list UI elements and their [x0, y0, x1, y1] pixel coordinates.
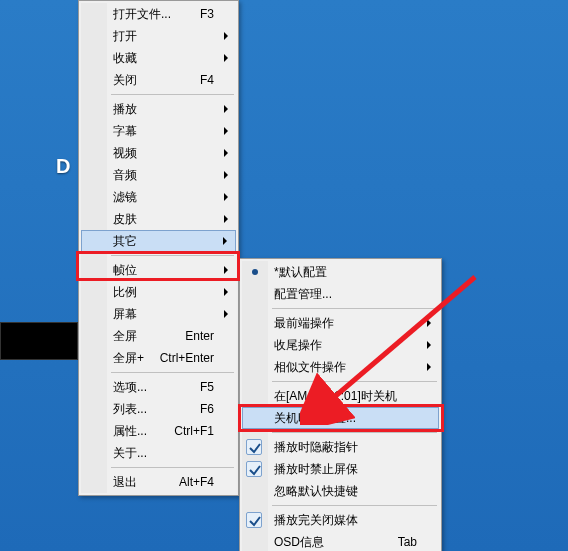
menu-item-shutdown-setting[interactable]: 关机时间设置...: [242, 407, 439, 429]
menu-item-subtitle[interactable]: 字幕: [81, 120, 236, 142]
menu-item-hide-pointer[interactable]: 播放时隐蔽指针: [242, 436, 439, 458]
submenu-arrow-icon: [224, 215, 228, 223]
menu-item-label: OSD信息: [274, 535, 324, 549]
menu-item-label: 屏幕: [113, 307, 137, 321]
menu-item-front-op[interactable]: 最前端操作: [242, 312, 439, 334]
menu-item-label: 音频: [113, 168, 137, 182]
menu-shortcut: Ctrl+F1: [174, 420, 214, 442]
menu-separator: [272, 305, 437, 312]
menu-item-properties[interactable]: 属性... Ctrl+F1: [81, 420, 236, 442]
menu-item-audio[interactable]: 音频: [81, 164, 236, 186]
menu-item-label: 收藏: [113, 51, 137, 65]
menu-item-label: 皮肤: [113, 212, 137, 226]
submenu-arrow-icon: [224, 149, 228, 157]
menu-shortcut: Enter: [185, 325, 214, 347]
menu-item-close[interactable]: 关闭 F4: [81, 69, 236, 91]
menu-item-label: 关机时间设置...: [274, 411, 356, 425]
background-panel: [0, 322, 78, 360]
menu-item-open-file[interactable]: 打开文件... F3: [81, 3, 236, 25]
menu-item-label: 相似文件操作: [274, 360, 346, 374]
menu-item-fullscreen[interactable]: 全屏 Enter: [81, 325, 236, 347]
menu-item-osd-info[interactable]: OSD信息 Tab: [242, 531, 439, 551]
radio-selected-icon: [252, 269, 258, 275]
menu-item-label: 字幕: [113, 124, 137, 138]
submenu-arrow-icon: [224, 105, 228, 113]
menu-shortcut: Ctrl+Enter: [160, 347, 214, 369]
menu-item-screen[interactable]: 屏幕: [81, 303, 236, 325]
menu-item-list[interactable]: 列表... F6: [81, 398, 236, 420]
menu-item-filter[interactable]: 滤镜: [81, 186, 236, 208]
menu-item-video[interactable]: 视频: [81, 142, 236, 164]
menu-item-label: 关闭: [113, 73, 137, 87]
submenu-arrow-icon: [427, 341, 431, 349]
checkmark-icon: [246, 439, 262, 455]
menu-item-other[interactable]: 其它: [81, 230, 236, 252]
menu-item-play[interactable]: 播放: [81, 98, 236, 120]
menu-separator: [272, 378, 437, 385]
menu-separator: [111, 369, 234, 376]
menu-item-label: 比例: [113, 285, 137, 299]
menu-item-options[interactable]: 选项... F5: [81, 376, 236, 398]
menu-item-skin[interactable]: 皮肤: [81, 208, 236, 230]
menu-item-label: 关于...: [113, 446, 147, 460]
menu-item-close-media[interactable]: 播放完关闭媒体: [242, 509, 439, 531]
menu-item-shutdown-at[interactable]: 在[AM 04:01:01]时关机: [242, 385, 439, 407]
menu-item-label: 属性...: [113, 424, 147, 438]
submenu-arrow-icon: [224, 127, 228, 135]
context-menu-main: 打开文件... F3 打开 收藏 关闭 F4 播放 字幕 视频 音频 滤镜 皮肤…: [78, 0, 239, 496]
menu-shortcut: F4: [200, 69, 214, 91]
menu-item-label: 配置管理...: [274, 287, 332, 301]
checkmark-icon: [246, 512, 262, 528]
menu-item-label: 视频: [113, 146, 137, 160]
menu-item-exit[interactable]: 退出 Alt+F4: [81, 471, 236, 493]
menu-item-config-manage[interactable]: 配置管理...: [242, 283, 439, 305]
submenu-arrow-icon: [224, 310, 228, 318]
menu-item-label: 全屏: [113, 329, 137, 343]
menu-item-similar-file[interactable]: 相似文件操作: [242, 356, 439, 378]
submenu-arrow-icon: [427, 363, 431, 371]
menu-item-label: 播放时禁止屏保: [274, 462, 358, 476]
menu-item-label: 选项...: [113, 380, 147, 394]
menu-item-label: 最前端操作: [274, 316, 334, 330]
submenu-arrow-icon: [224, 171, 228, 179]
submenu-arrow-icon: [224, 54, 228, 62]
menu-item-ignore-shortcut[interactable]: 忽略默认快捷键: [242, 480, 439, 502]
menu-item-label: 其它: [113, 234, 137, 248]
menu-separator: [272, 429, 437, 436]
menu-shortcut: F5: [200, 376, 214, 398]
menu-item-tail-op[interactable]: 收尾操作: [242, 334, 439, 356]
menu-item-label: 在[AM 04:01:01]时关机: [274, 389, 397, 403]
context-submenu-other: *默认配置 配置管理... 最前端操作 收尾操作 相似文件操作 在[AM 04:…: [239, 258, 442, 551]
menu-shortcut: Alt+F4: [179, 471, 214, 493]
menu-item-label: 滤镜: [113, 190, 137, 204]
menu-item-label: 播放完关闭媒体: [274, 513, 358, 527]
submenu-arrow-icon: [224, 193, 228, 201]
menu-item-label: 列表...: [113, 402, 147, 416]
menu-item-about[interactable]: 关于...: [81, 442, 236, 464]
menu-item-favorites[interactable]: 收藏: [81, 47, 236, 69]
menu-item-label: 打开文件...: [113, 7, 171, 21]
submenu-arrow-icon: [427, 319, 431, 327]
checkmark-icon: [246, 461, 262, 477]
menu-item-label: 忽略默认快捷键: [274, 484, 358, 498]
menu-item-label: 播放时隐蔽指针: [274, 440, 358, 454]
menu-item-no-screensaver[interactable]: 播放时禁止屏保: [242, 458, 439, 480]
menu-item-label: 帧位: [113, 263, 137, 277]
menu-item-label: *默认配置: [274, 265, 327, 279]
submenu-arrow-icon: [224, 288, 228, 296]
submenu-arrow-icon: [224, 266, 228, 274]
menu-separator: [111, 252, 234, 259]
menu-item-label: 全屏+: [113, 351, 144, 365]
menu-item-label: 收尾操作: [274, 338, 322, 352]
menu-item-fullscreen-plus[interactable]: 全屏+ Ctrl+Enter: [81, 347, 236, 369]
menu-item-default-config[interactable]: *默认配置: [242, 261, 439, 283]
submenu-arrow-icon: [223, 237, 227, 245]
menu-item-label: 退出: [113, 475, 137, 489]
menu-item-fps[interactable]: 帧位: [81, 259, 236, 281]
menu-item-ratio[interactable]: 比例: [81, 281, 236, 303]
menu-item-open[interactable]: 打开: [81, 25, 236, 47]
menu-shortcut: Tab: [398, 531, 417, 551]
menu-separator: [272, 502, 437, 509]
submenu-arrow-icon: [224, 32, 228, 40]
menu-separator: [111, 464, 234, 471]
